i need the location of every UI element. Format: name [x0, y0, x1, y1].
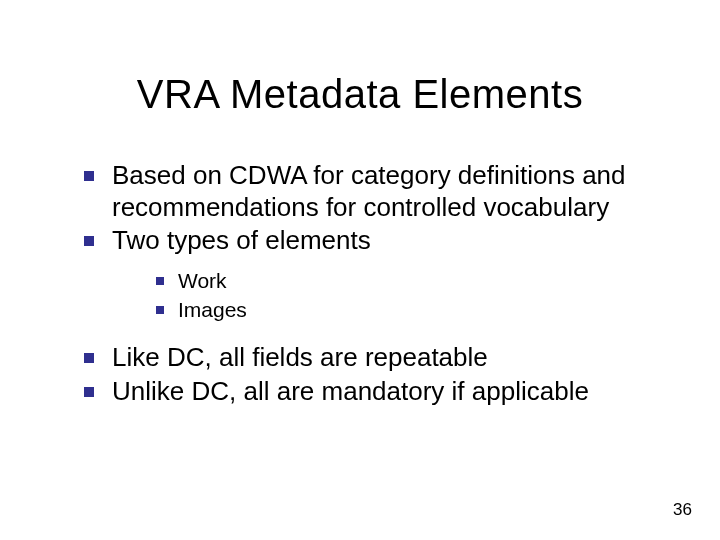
bullet-text: Like DC, all fields are repeatable [112, 342, 488, 372]
list-item: Two types of elements Work Images [78, 225, 660, 323]
list-item: Work [152, 267, 660, 295]
list-item: Unlike DC, all are mandatory if applicab… [78, 376, 660, 408]
page-number: 36 [673, 500, 692, 520]
bullet-text: Work [178, 269, 227, 292]
list-item: Images [152, 296, 660, 324]
bullet-list-level2: Work Images [152, 267, 660, 324]
slide-body: Based on CDWA for category definitions a… [78, 160, 660, 409]
bullet-text: Based on CDWA for category definitions a… [112, 160, 626, 222]
slide-title: VRA Metadata Elements [0, 72, 720, 117]
bullet-text: Unlike DC, all are mandatory if applicab… [112, 376, 589, 406]
list-item: Like DC, all fields are repeatable [78, 342, 660, 374]
slide: VRA Metadata Elements Based on CDWA for … [0, 0, 720, 540]
list-item: Based on CDWA for category definitions a… [78, 160, 660, 223]
bullet-list-level1: Based on CDWA for category definitions a… [78, 160, 660, 407]
bullet-text: Images [178, 298, 247, 321]
bullet-text: Two types of elements [112, 225, 371, 255]
